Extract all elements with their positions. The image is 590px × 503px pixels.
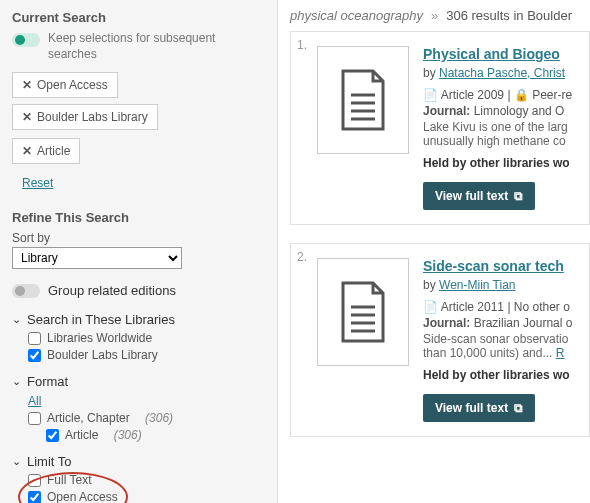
sortby-label: Sort by: [12, 231, 265, 245]
author-link[interactable]: Wen-Miin Tian: [439, 278, 515, 292]
external-link-icon: ⧉: [514, 189, 523, 203]
cb-open-access[interactable]: [28, 491, 41, 503]
view-full-text-button[interactable]: View full text ⧉: [423, 394, 535, 422]
cb-article-chapter[interactable]: [28, 412, 41, 425]
cb-full-text[interactable]: [28, 474, 41, 487]
result-item: 2. Side-scan sonar tech by Wen-Miin Tian…: [290, 243, 590, 437]
result-desc: Side-scan sonar observatio than 10,000 u…: [423, 332, 577, 360]
keep-selections-label: Keep selections for subsequent searches: [48, 31, 265, 62]
held-text: Held by other libraries wo: [423, 368, 577, 382]
result-thumb: [317, 46, 409, 154]
cb-article[interactable]: [46, 429, 59, 442]
read-more-link[interactable]: R: [556, 346, 565, 360]
cb-libraries-worldwide[interactable]: [28, 332, 41, 345]
document-icon: [338, 69, 388, 131]
group-editions-label: Group related editions: [48, 283, 176, 298]
chevron-down-icon: ⌄: [12, 455, 21, 468]
result-thumb: [317, 258, 409, 366]
sortby-select[interactable]: Library: [12, 247, 182, 269]
breadcrumb: physical oceanography»306 results in Bou…: [290, 8, 590, 23]
format-all-link[interactable]: All: [28, 394, 41, 408]
result-item: 1. Physical and Biogeo by Natacha Pasche…: [290, 31, 590, 225]
result-meta: 📄 Article 2009 | 🔒 Peer-re: [423, 88, 577, 102]
facet-libraries-head[interactable]: ⌄Search in These Libraries: [12, 312, 265, 327]
external-link-icon: ⧉: [514, 401, 523, 415]
facet-limit-head[interactable]: ⌄Limit To: [12, 454, 265, 469]
filter-pill-open-access[interactable]: ✕Open Access: [12, 72, 118, 98]
result-title[interactable]: Physical and Biogeo: [423, 46, 577, 62]
filter-pill-boulder[interactable]: ✕Boulder Labs Library: [12, 104, 158, 130]
close-icon: ✕: [22, 110, 32, 124]
refine-title: Refine This Search: [12, 210, 265, 225]
close-icon: ✕: [22, 144, 32, 158]
chevron-down-icon: ⌄: [12, 375, 21, 388]
facet-format-head[interactable]: ⌄Format: [12, 374, 265, 389]
view-full-text-button[interactable]: View full text ⧉: [423, 182, 535, 210]
chevron-down-icon: ⌄: [12, 313, 21, 326]
cb-boulder-labs[interactable]: [28, 349, 41, 362]
author-link[interactable]: Natacha Pasche, Christ: [439, 66, 565, 80]
result-desc: Lake Kivu is one of the larg unusually h…: [423, 120, 577, 148]
reset-link[interactable]: Reset: [22, 176, 53, 190]
result-title[interactable]: Side-scan sonar tech: [423, 258, 577, 274]
document-icon: [338, 281, 388, 343]
result-meta: 📄 Article 2011 | No other o: [423, 300, 577, 314]
result-number: 2.: [297, 250, 307, 264]
close-icon: ✕: [22, 78, 32, 92]
filter-pill-article[interactable]: ✕Article: [12, 138, 80, 164]
result-number: 1.: [297, 38, 307, 52]
current-search-title: Current Search: [12, 10, 265, 25]
held-text: Held by other libraries wo: [423, 156, 577, 170]
chevron-right-icon: »: [431, 8, 438, 23]
group-editions-toggle[interactable]: [12, 284, 40, 298]
keep-selections-toggle[interactable]: [12, 33, 40, 47]
